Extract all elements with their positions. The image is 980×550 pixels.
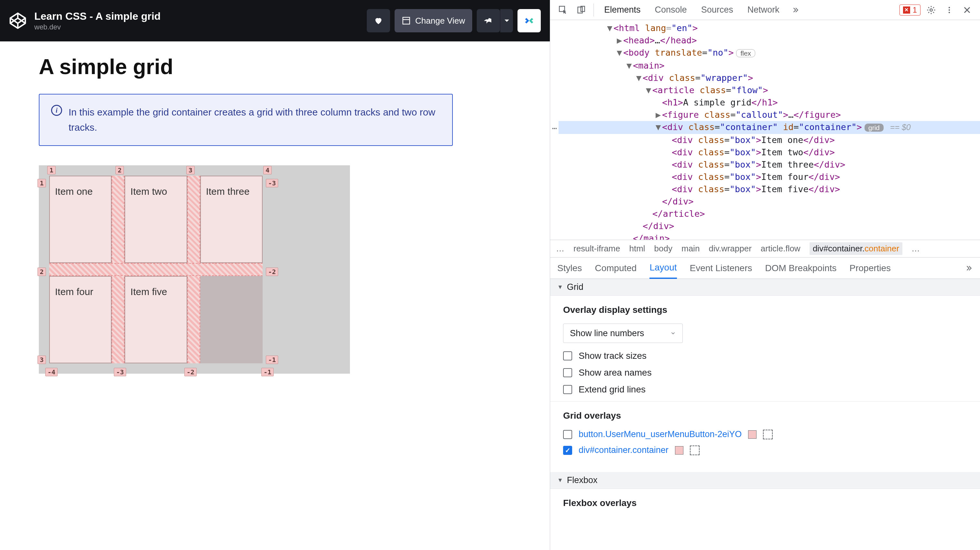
tab-elements[interactable]: Elements bbox=[598, 0, 646, 20]
svg-rect-0 bbox=[402, 18, 409, 24]
section-flexbox-header[interactable]: ▼ Flexbox bbox=[550, 472, 980, 489]
grid-line-label: -1 bbox=[261, 368, 274, 376]
layout-panel[interactable]: ▼ Grid Overlay display settings Show lin… bbox=[550, 279, 980, 550]
dom-node[interactable]: <div class="box">Item three</div> bbox=[558, 158, 980, 171]
codepen-header: Learn CSS - A simple grid web.dev Change… bbox=[0, 0, 550, 41]
crumb-more[interactable]: … bbox=[912, 244, 920, 253]
error-indicator[interactable]: ✕ 1 bbox=[899, 5, 921, 16]
check-area-names[interactable]: Show area names bbox=[563, 368, 967, 378]
grid-overlay-row: button.UserMenu_userMenuButton-2eiYO bbox=[563, 429, 967, 439]
grid-line-label: 3 bbox=[186, 166, 195, 174]
section-grid-label: Grid bbox=[567, 282, 584, 292]
checkbox[interactable] bbox=[563, 351, 572, 360]
grid-container-bg: Item one Item two Item three Item four I… bbox=[39, 165, 350, 374]
svg-rect-3 bbox=[578, 7, 582, 13]
webdev-logo-button[interactable] bbox=[517, 9, 541, 32]
dom-node[interactable]: <div class="box">Item two</div> bbox=[558, 146, 980, 158]
dom-node[interactable]: ▼<main> bbox=[558, 59, 980, 72]
grid-demo-wrap: Item one Item two Item three Item four I… bbox=[39, 165, 350, 374]
check-extend-lines[interactable]: Extend grid lines bbox=[563, 384, 967, 395]
gear-icon bbox=[926, 5, 936, 15]
change-view-button[interactable]: Change View bbox=[395, 9, 472, 32]
svg-point-8 bbox=[949, 12, 950, 13]
subtab-event[interactable]: Event Listeners bbox=[690, 258, 752, 279]
dom-node[interactable]: ▼<div class="wrapper"> bbox=[558, 72, 980, 84]
dom-node[interactable]: ▼<article class="flow"> bbox=[558, 84, 980, 96]
dom-node[interactable]: ▶<head>…</head> bbox=[558, 34, 980, 46]
subtab-computed[interactable]: Computed bbox=[595, 258, 636, 279]
dom-node[interactable]: ▼<body translate="no">flex bbox=[558, 46, 980, 59]
crumb[interactable]: main bbox=[681, 244, 700, 253]
dom-breadcrumbs: … result-iframe html body main div.wrapp… bbox=[550, 240, 980, 258]
check-label: Show area names bbox=[579, 368, 652, 378]
svg-point-6 bbox=[949, 7, 950, 8]
check-track-sizes[interactable]: Show track sizes bbox=[563, 351, 967, 361]
grid-badge[interactable]: grid bbox=[864, 124, 884, 132]
color-swatch[interactable] bbox=[675, 446, 683, 454]
crumb[interactable]: article.flow bbox=[761, 244, 800, 253]
line-numbers-select[interactable]: Show line numbers bbox=[563, 324, 683, 343]
settings-button[interactable] bbox=[923, 0, 939, 20]
crumb[interactable]: div.wrapper bbox=[709, 244, 751, 253]
crumb-selected[interactable]: div#container.container bbox=[810, 242, 902, 255]
checkbox[interactable] bbox=[563, 430, 572, 439]
grid-line-label: -4 bbox=[45, 368, 57, 376]
pin-button[interactable] bbox=[477, 9, 500, 32]
more-tabs-button[interactable] bbox=[788, 0, 803, 20]
overlay-target-label[interactable]: div#container.container bbox=[579, 445, 668, 455]
grid-overlay-icon[interactable] bbox=[690, 445, 700, 455]
device-icon bbox=[577, 5, 586, 14]
subtab-dom-bp[interactable]: DOM Breakpoints bbox=[765, 258, 837, 279]
crumb[interactable]: html bbox=[629, 244, 645, 253]
dom-node[interactable]: ▼<html lang="en"> bbox=[558, 22, 980, 34]
dom-node[interactable]: </article> bbox=[558, 208, 980, 220]
crumb[interactable]: result-iframe bbox=[573, 244, 620, 253]
checkbox[interactable] bbox=[563, 385, 572, 394]
flexbox-overlays-heading: Flexbox overlays bbox=[563, 498, 967, 508]
grid-overlay-icon[interactable] bbox=[763, 430, 773, 439]
tab-sources[interactable]: Sources bbox=[695, 0, 739, 20]
subtab-styles[interactable]: Styles bbox=[557, 258, 582, 279]
kebab-icon bbox=[945, 6, 953, 14]
overlay-settings-heading: Overlay display settings bbox=[563, 305, 967, 315]
dom-node[interactable]: </div> bbox=[558, 195, 980, 208]
pin-dropdown-button[interactable] bbox=[500, 9, 513, 32]
subtab-layout[interactable]: Layout bbox=[649, 258, 677, 279]
section-flexbox-body: Flexbox overlays bbox=[550, 489, 980, 528]
overlay-target-label[interactable]: button.UserMenu_userMenuButton-2eiYO bbox=[579, 429, 741, 439]
subtab-more[interactable] bbox=[964, 258, 973, 279]
page-h1: A simple grid bbox=[39, 54, 511, 79]
section-grid-body: Overlay display settings Show line numbe… bbox=[550, 296, 980, 472]
checkbox-checked[interactable] bbox=[563, 446, 572, 455]
color-swatch[interactable] bbox=[748, 430, 757, 439]
codepen-preview-pane: Learn CSS - A simple grid web.dev Change… bbox=[0, 0, 550, 550]
dom-node[interactable]: <div class="box">Item five</div> bbox=[558, 183, 980, 195]
info-icon: i bbox=[51, 105, 62, 116]
section-grid-header[interactable]: ▼ Grid bbox=[550, 279, 980, 296]
crumb[interactable]: body bbox=[654, 244, 672, 253]
subtab-properties[interactable]: Properties bbox=[850, 258, 891, 279]
kebab-menu-button[interactable] bbox=[942, 0, 957, 20]
grid-line-label: -1 bbox=[266, 356, 278, 364]
dom-node[interactable]: <div class="box">Item one</div> bbox=[558, 134, 980, 146]
flex-badge[interactable]: flex bbox=[736, 49, 755, 57]
dom-node[interactable]: <div class="box">Item four</div> bbox=[558, 171, 980, 183]
dom-node-selected[interactable]: ▼<div class="container" id="container">g… bbox=[558, 121, 980, 134]
inspect-button[interactable] bbox=[555, 0, 571, 20]
dom-tree[interactable]: ▼<html lang="en"> ▶<head>…</head> ▼<body… bbox=[550, 20, 980, 240]
chevrons-icon bbox=[791, 6, 800, 14]
heart-button[interactable] bbox=[367, 9, 390, 32]
device-toggle-button[interactable] bbox=[573, 0, 589, 20]
dom-node[interactable]: </main> bbox=[558, 232, 980, 240]
close-devtools-button[interactable] bbox=[959, 0, 975, 20]
tab-network[interactable]: Network bbox=[741, 0, 785, 20]
crumb-more[interactable]: … bbox=[556, 244, 565, 253]
tab-console[interactable]: Console bbox=[649, 0, 693, 20]
dom-node[interactable]: </div> bbox=[558, 220, 980, 232]
dom-node[interactable]: <h1>A simple grid</h1> bbox=[558, 96, 980, 109]
checkbox[interactable] bbox=[563, 368, 572, 377]
preview-body: A simple grid i In this example the grid… bbox=[0, 41, 550, 550]
divider bbox=[550, 401, 980, 402]
grid-item: Item one bbox=[49, 176, 111, 263]
dom-node[interactable]: ▶<figure class="callout">…</figure> bbox=[558, 109, 980, 121]
